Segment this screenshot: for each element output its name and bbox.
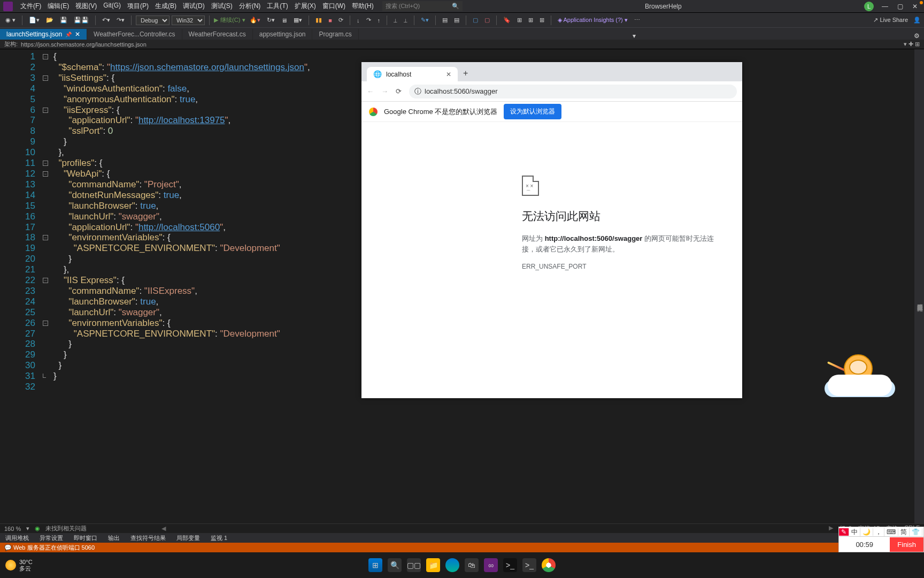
ime-segment[interactable]: 简	[898, 528, 910, 537]
panel-tab[interactable]: 局部变量	[171, 533, 205, 543]
edge-icon[interactable]	[445, 558, 459, 572]
browser-tab[interactable]: 🌐 localhost ✕	[367, 67, 458, 81]
restart-icon[interactable]: ↻▾	[265, 16, 277, 25]
document-tab[interactable]: appsettings.json	[253, 29, 313, 40]
panel-tab[interactable]: 即时窗口	[68, 533, 103, 543]
pin-icon[interactable]: 📌	[65, 32, 72, 37]
tool-icon[interactable]: ⊞	[526, 16, 535, 25]
save-all-icon[interactable]: 💾💾	[72, 16, 91, 25]
taskview-icon[interactable]: ▢▢	[407, 558, 421, 572]
right-tool-rail[interactable]: 服务器资源管理器 工具箱	[914, 49, 924, 549]
panel-tab[interactable]: 调用堆栈	[0, 533, 34, 543]
ime-segment[interactable]: ✎	[839, 528, 849, 536]
menu-item[interactable]: 窗口(W)	[319, 2, 349, 11]
open-icon[interactable]: 📂	[44, 16, 56, 25]
tool-icon[interactable]: ✎▾	[419, 16, 431, 25]
close-button[interactable]: ✕	[911, 3, 919, 10]
panel-tab[interactable]: 异常设置	[34, 533, 68, 543]
minimize-button[interactable]: —	[881, 3, 889, 10]
panel-tab[interactable]: 监视 1	[205, 533, 233, 543]
menu-item[interactable]: 视图(V)	[72, 2, 100, 11]
global-search[interactable]: 搜索 (Ctrl+Q) 🔍	[382, 1, 463, 11]
address-bar[interactable]: ⓘ localhost:5060/swagger	[409, 85, 737, 98]
nav-back-icon[interactable]: ←	[367, 87, 374, 95]
split-icon[interactable]: ▾ ✚ ⊞	[904, 41, 920, 48]
app-icon[interactable]: ▦▾	[291, 16, 304, 25]
restart-debug-icon[interactable]: ⟳	[336, 16, 345, 25]
menu-item[interactable]: 调试(D)	[180, 2, 208, 11]
tool-icon[interactable]: ▤	[440, 16, 450, 25]
bookmark-icon[interactable]: 🔖	[501, 16, 513, 25]
pause-icon[interactable]: ▮▮	[313, 16, 324, 25]
hot-reload-icon[interactable]: 🔥▾	[248, 16, 263, 25]
menu-item[interactable]: 帮助(H)	[349, 2, 377, 11]
tool-icon[interactable]: ▢	[482, 16, 492, 25]
zoom-level[interactable]: 160 %	[4, 526, 21, 532]
finish-button[interactable]: Finish	[890, 537, 923, 552]
chrome-taskbar-icon[interactable]	[542, 558, 556, 572]
tab-close-icon[interactable]: ✕	[446, 71, 451, 78]
store-icon[interactable]: 🛍	[465, 558, 479, 572]
terminal-icon[interactable]: >_	[503, 558, 517, 572]
start-button[interactable]: ⊞	[368, 558, 382, 572]
undo-icon[interactable]: ↶▾	[100, 16, 112, 25]
stop-icon[interactable]: ■	[326, 16, 334, 25]
feedback-icon[interactable]: 👤	[913, 17, 921, 24]
new-tab-button[interactable]: +	[458, 65, 473, 81]
insights-icon[interactable]: ◈ Application Insights (?) ▾	[556, 16, 630, 25]
menu-item[interactable]: 工具(T)	[264, 2, 291, 11]
save-icon[interactable]: 💾	[58, 16, 70, 25]
menu-item[interactable]: Git(G)	[100, 2, 124, 11]
step-into-icon[interactable]: ↓	[355, 16, 362, 25]
reload-icon[interactable]: ⟳	[396, 87, 402, 95]
config-select[interactable]: Debug	[136, 16, 170, 25]
user-avatar[interactable]: L	[864, 2, 874, 11]
new-item-icon[interactable]: 📄▾	[27, 16, 42, 25]
terminal2-icon[interactable]: >_	[522, 558, 536, 572]
document-tab[interactable]: WeatherForecast.cs	[182, 29, 253, 40]
nav-forward-icon[interactable]: →	[381, 87, 388, 95]
search-taskbar-icon[interactable]: 🔍	[388, 558, 402, 572]
ime-segment[interactable]: ⌨	[884, 528, 898, 536]
browser-icon[interactable]: 🖥	[279, 16, 289, 25]
menu-item[interactable]: 测试(S)	[208, 2, 236, 11]
panel-tab[interactable]: 查找符号结果	[125, 533, 171, 543]
tool-icon[interactable]: ⟂	[402, 16, 410, 25]
step-over-icon[interactable]: ↷	[364, 16, 373, 25]
tool-icon[interactable]: ▢	[471, 16, 480, 25]
ime-segment[interactable]: 👕	[910, 528, 922, 536]
ime-segment[interactable]: ，	[873, 528, 884, 537]
schema-url[interactable]: https://json.schemastore.org/launchsetti…	[21, 41, 147, 48]
document-tab[interactable]: launchSettings.json📌✕	[0, 29, 87, 40]
fold-gutter[interactable]: − − − −− − − −	[43, 49, 53, 523]
document-tab[interactable]: Program.cs	[312, 29, 358, 40]
weather-widget[interactable]: 30°C多云	[5, 559, 33, 572]
menu-item[interactable]: 生成(B)	[152, 2, 180, 11]
site-info-icon[interactable]: ⓘ	[414, 87, 421, 96]
ime-toolbar[interactable]: ✎中🌙，⌨简👕⚙	[838, 527, 924, 537]
redo-icon[interactable]: ↷▾	[114, 16, 127, 25]
tab-close-icon[interactable]: ✕	[75, 31, 80, 38]
continue-button[interactable]: ▶ 继续(C) ▾	[214, 16, 245, 24]
platform-select[interactable]: Win32	[172, 16, 205, 25]
menu-item[interactable]: 分析(N)	[236, 2, 264, 11]
issues-text[interactable]: 未找到相关问题	[45, 524, 87, 533]
live-share-button[interactable]: ↗ Live Share	[873, 17, 908, 24]
explorer-icon[interactable]: 📁	[426, 558, 440, 572]
menu-item[interactable]: 项目(P)	[124, 2, 152, 11]
windows-taskbar[interactable]: 30°C多云 ⊞ 🔍 ▢▢ 📁 🛍 ∞ >_ >_	[0, 552, 924, 578]
vs-taskbar-icon[interactable]: ∞	[484, 558, 498, 572]
tool-icon[interactable]: ⊞	[537, 16, 546, 25]
hscroll-left-icon[interactable]: ◀	[161, 525, 166, 532]
tabs-dropdown-icon[interactable]: ▾	[629, 32, 639, 40]
menu-item[interactable]: 扩展(X)	[291, 2, 319, 11]
ime-segment[interactable]: 🌙	[860, 528, 873, 536]
tool-icon[interactable]: ⟂	[391, 16, 399, 25]
tool-icon[interactable]: ⊞	[515, 16, 524, 25]
set-default-button[interactable]: 设为默认浏览器	[504, 104, 561, 119]
ime-segment[interactable]: 中	[849, 528, 860, 537]
document-tab[interactable]: WeatherForec...Controller.cs	[87, 29, 182, 40]
tabs-settings-icon[interactable]: ⚙	[910, 32, 924, 40]
menu-item[interactable]: 编辑(E)	[44, 2, 72, 11]
step-out-icon[interactable]: ↑	[375, 16, 383, 25]
